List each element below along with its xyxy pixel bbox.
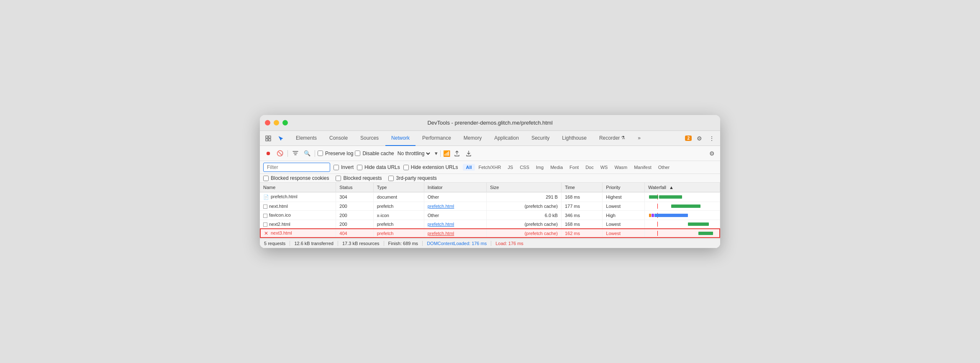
filter-icon-button[interactable] — [290, 148, 300, 158]
disable-cache-checkbox[interactable] — [355, 151, 360, 156]
blocked-cookies-checkbox[interactable] — [263, 176, 269, 181]
inspect-icon[interactable] — [263, 133, 273, 143]
cell-name: next2.html — [260, 220, 336, 228]
table-row[interactable]: 📄prefetch.html304documentOther291 B168 m… — [260, 192, 720, 202]
col-size[interactable]: Size — [487, 183, 562, 192]
error-icon: ✕ — [263, 230, 269, 236]
table-row[interactable]: next2.html200prefetchprefetch.html(prefe… — [260, 220, 720, 228]
cell-status: 200 — [336, 202, 373, 211]
maximize-button[interactable] — [282, 120, 288, 125]
waterfall-bar — [698, 232, 713, 235]
hide-data-urls-label[interactable]: Hide data URLs — [357, 164, 400, 170]
tab-memory[interactable]: Memory — [458, 131, 487, 146]
blocked-requests-checkbox[interactable] — [336, 176, 341, 181]
square-icon — [263, 222, 267, 227]
waterfall-redline — [657, 204, 658, 209]
blocked-cookies-label[interactable]: Blocked response cookies — [263, 175, 329, 181]
col-priority[interactable]: Priority — [603, 183, 645, 192]
cell-type: document — [373, 192, 424, 202]
network-toolbar: ⏺ 🚫 🔍 Preserve log Disable cache No thro… — [260, 146, 720, 161]
svg-rect-1 — [266, 139, 268, 141]
waterfall-bar-container — [648, 213, 715, 218]
tab-elements[interactable]: Elements — [290, 131, 323, 146]
waterfall-bar-container — [648, 231, 715, 236]
cell-initiator[interactable]: prefetch.html — [424, 202, 486, 211]
element-picker-icon[interactable] — [276, 133, 286, 143]
preserve-log-label[interactable]: Preserve log — [318, 151, 353, 156]
waterfall-redline — [657, 231, 658, 236]
waterfall-bar — [654, 214, 688, 217]
clear-button[interactable]: 🚫 — [275, 148, 285, 158]
table-row[interactable]: ✕next3.html404prefetchprefetch.html(pref… — [260, 228, 720, 238]
cell-size: (prefetch cache) — [487, 228, 562, 238]
filter-type-doc[interactable]: Doc — [582, 164, 597, 171]
hide-ext-urls-label[interactable]: Hide extension URLs — [403, 164, 458, 170]
cell-name: ✕next3.html — [260, 228, 336, 238]
invert-checkbox[interactable] — [334, 165, 339, 170]
third-party-label[interactable]: 3rd-party requests — [388, 175, 436, 181]
more-options-icon[interactable]: ⋮ — [707, 133, 717, 143]
filter-type-js[interactable]: JS — [505, 164, 516, 171]
tab-console[interactable]: Console — [323, 131, 354, 146]
filter-type-all[interactable]: All — [463, 164, 475, 171]
filter-type-css[interactable]: CSS — [517, 164, 532, 171]
tab-application[interactable]: Application — [488, 131, 525, 146]
col-name[interactable]: Name — [260, 183, 336, 192]
filter-type-manifest[interactable]: Manifest — [631, 164, 654, 171]
hide-ext-urls-checkbox[interactable] — [403, 165, 409, 170]
third-party-checkbox[interactable] — [388, 176, 394, 181]
settings-icon[interactable]: ⚙ — [694, 133, 704, 143]
blocked-requests-label[interactable]: Blocked requests — [336, 175, 382, 181]
tab-recorder[interactable]: Recorder ⚗ — [593, 131, 631, 146]
network-settings-icon[interactable]: ⚙ — [707, 148, 717, 158]
disable-cache-label[interactable]: Disable cache — [355, 151, 394, 156]
filter-type-wasm[interactable]: Wasm — [611, 164, 630, 171]
search-button[interactable]: 🔍 — [302, 148, 312, 158]
preserve-log-checkbox[interactable] — [318, 151, 323, 156]
tab-more[interactable]: » — [632, 131, 646, 146]
network-table: Name Status Type Initiator Size Time Pri… — [260, 183, 720, 238]
minimize-button[interactable] — [274, 120, 279, 125]
waterfall-bar — [659, 195, 682, 199]
col-type[interactable]: Type — [373, 183, 424, 192]
col-time[interactable]: Time — [561, 183, 602, 192]
tab-security[interactable]: Security — [526, 131, 555, 146]
cell-waterfall — [645, 192, 720, 202]
cell-initiator[interactable]: prefetch.html — [424, 228, 486, 238]
svg-rect-3 — [269, 139, 271, 141]
tab-sources[interactable]: Sources — [354, 131, 385, 146]
tab-performance[interactable]: Performance — [416, 131, 457, 146]
filter-bar: Invert Hide data URLs Hide extension URL… — [260, 161, 720, 174]
filter-type-img[interactable]: Img — [533, 164, 546, 171]
download-icon[interactable] — [464, 148, 474, 158]
col-status[interactable]: Status — [336, 183, 373, 192]
load-time: Load: 176 ms — [491, 241, 528, 246]
col-waterfall[interactable]: Waterfall ▲ — [645, 183, 720, 192]
filter-type-fetch/xhr[interactable]: Fetch/XHR — [476, 164, 504, 171]
filter-input[interactable] — [263, 163, 330, 172]
cell-size: (prefetch cache) — [487, 202, 562, 211]
filter-type-other[interactable]: Other — [655, 164, 673, 171]
table-row[interactable]: favicon.ico200x-iconOther6.0 kB346 msHig… — [260, 211, 720, 220]
tab-lighthouse[interactable]: Lighthouse — [556, 131, 593, 146]
filter-type-ws[interactable]: WS — [598, 164, 611, 171]
record-button[interactable]: ⏺ — [263, 148, 273, 158]
close-button[interactable] — [265, 120, 270, 125]
filter-type-buttons: AllFetch/XHRJSCSSImgMediaFontDocWSWasmMa… — [463, 164, 672, 171]
table-body: 📄prefetch.html304documentOther291 B168 m… — [260, 192, 720, 238]
table-row[interactable]: next.html200prefetchprefetch.html(prefet… — [260, 202, 720, 211]
filter-type-font[interactable]: Font — [567, 164, 582, 171]
cell-name: 📄prefetch.html — [260, 192, 336, 202]
cell-initiator[interactable]: prefetch.html — [424, 220, 486, 228]
filter-type-media[interactable]: Media — [547, 164, 566, 171]
requests-table: Name Status Type Initiator Size Time Pri… — [260, 183, 720, 238]
col-initiator[interactable]: Initiator — [424, 183, 486, 192]
cell-name: favicon.ico — [260, 211, 336, 220]
invert-label[interactable]: Invert — [334, 164, 354, 170]
waterfall-bar-container — [648, 204, 715, 209]
throttle-select[interactable]: No throttling — [396, 150, 431, 157]
waterfall-bar — [671, 205, 700, 208]
tab-network[interactable]: Network — [385, 131, 416, 146]
upload-icon[interactable] — [452, 148, 462, 158]
hide-data-urls-checkbox[interactable] — [357, 165, 362, 170]
